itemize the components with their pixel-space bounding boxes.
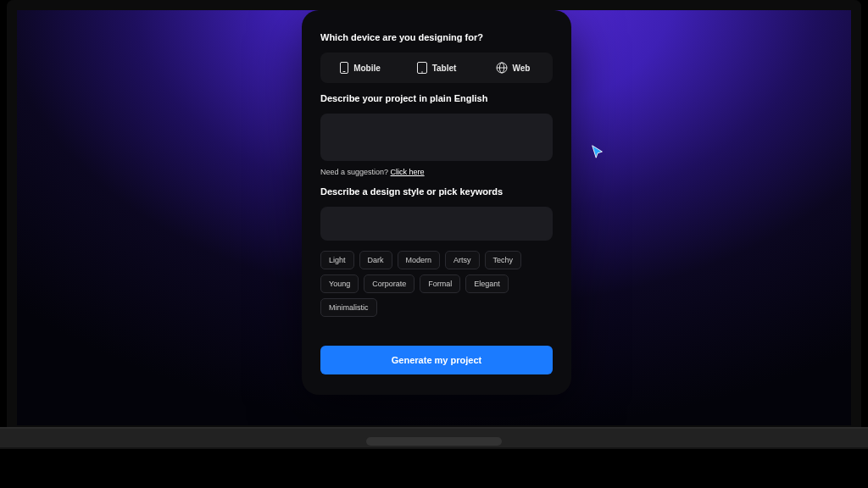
keyword-minimalistic[interactable]: Minimalistic (320, 298, 377, 317)
mouse-cursor-icon (590, 144, 605, 159)
suggestion-text: Need a suggestion? (320, 168, 391, 176)
keyword-techy[interactable]: Techy (485, 251, 522, 269)
device-option-label: Tablet (432, 64, 457, 73)
suggestion-line: Need a suggestion? Click here (320, 168, 553, 176)
web-icon (496, 62, 508, 74)
mobile-icon (340, 62, 348, 74)
question-describe-style: Describe a design style or pick keywords (320, 186, 553, 197)
question-device: Which device are you designing for? (320, 32, 553, 42)
device-option-label: Mobile (353, 64, 381, 73)
trackpad-notch (366, 437, 502, 446)
style-description-input[interactable] (320, 207, 553, 241)
keyword-young[interactable]: Young (320, 274, 359, 293)
laptop-frame: Which device are you designing for? Mobi… (7, 0, 861, 435)
generate-project-button[interactable]: Generate my project (320, 346, 553, 374)
design-prompt-panel: Which device are you designing for? Mobi… (302, 10, 571, 395)
suggestion-link[interactable]: Click here (391, 168, 425, 176)
svg-point-3 (421, 71, 423, 73)
device-option-web[interactable]: Web (476, 56, 549, 80)
device-option-label: Web (513, 64, 531, 73)
question-describe-project: Describe your project in plain English (320, 93, 553, 103)
keyword-dark[interactable]: Dark (359, 251, 392, 269)
keyword-formal[interactable]: Formal (420, 274, 460, 293)
device-option-tablet[interactable]: Tablet (400, 56, 473, 80)
device-option-mobile[interactable]: Mobile (324, 56, 397, 80)
svg-rect-1 (343, 71, 346, 72)
keyword-modern[interactable]: Modern (398, 251, 441, 269)
screen-bg: Which device are you designing for? Mobi… (17, 10, 851, 425)
keyword-artsy[interactable]: Artsy (445, 251, 480, 269)
device-segment: MobileTabletWeb (320, 53, 553, 83)
tablet-icon (417, 62, 427, 74)
keyword-corporate[interactable]: Corporate (364, 274, 415, 293)
laptop-base (0, 427, 868, 449)
project-description-input[interactable] (320, 114, 553, 161)
keyword-elegant[interactable]: Elegant (465, 274, 509, 293)
keyword-light[interactable]: Light (320, 251, 354, 269)
keyword-chips: LightDarkModernArtsyTechyYoungCorporateF… (320, 251, 553, 317)
